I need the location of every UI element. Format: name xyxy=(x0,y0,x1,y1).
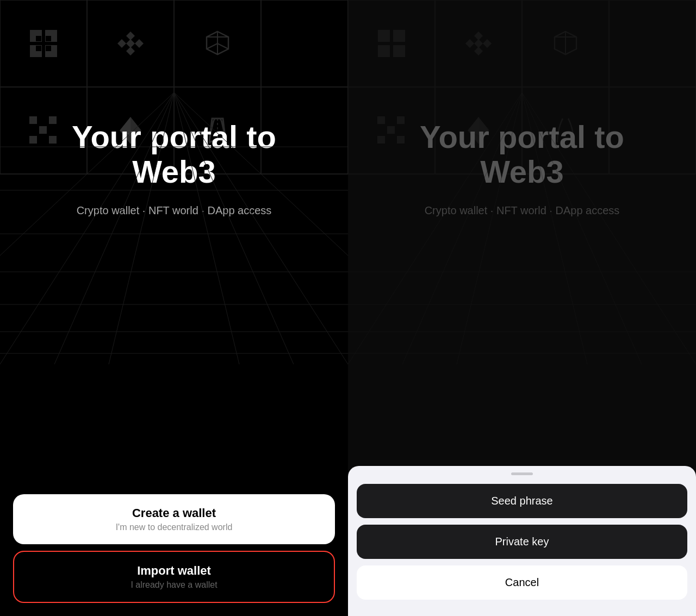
svg-marker-12 xyxy=(126,39,135,48)
svg-marker-8 xyxy=(126,32,135,40)
create-wallet-subtitle: I'm new to decentralized world xyxy=(24,522,324,532)
icon-cell xyxy=(87,0,174,87)
svg-rect-51 xyxy=(393,30,405,42)
create-wallet-title: Create a wallet xyxy=(24,506,324,520)
import-wallet-subtitle: I already have a wallet xyxy=(25,580,323,590)
binance-icon xyxy=(114,27,147,60)
svg-rect-6 xyxy=(36,46,41,51)
icon-cell xyxy=(435,0,522,87)
private-key-button[interactable]: Private key xyxy=(357,525,687,559)
icon-cell xyxy=(522,0,609,87)
binance-icon-right xyxy=(462,27,495,60)
svg-marker-55 xyxy=(465,39,474,48)
icon-cell xyxy=(174,0,261,87)
svg-rect-4 xyxy=(36,36,41,41)
action-sheet: Seed phrase Private key Cancel xyxy=(348,466,696,616)
svg-line-17 xyxy=(217,43,228,49)
icon-cell xyxy=(0,0,87,87)
svg-marker-10 xyxy=(135,39,144,48)
seed-phrase-button[interactable]: Seed phrase xyxy=(357,484,687,518)
icon-cell xyxy=(261,0,348,87)
svg-rect-50 xyxy=(378,30,390,42)
drag-handle xyxy=(511,472,533,475)
pixel-icon xyxy=(27,27,60,60)
hero-content-right: Your portal to Web3 Crypto wallet · NFT … xyxy=(348,120,696,217)
svg-line-16 xyxy=(207,43,217,49)
box-3d-icon xyxy=(201,27,234,60)
svg-marker-56 xyxy=(483,39,492,48)
icon-cell xyxy=(348,0,435,87)
svg-marker-54 xyxy=(474,32,483,40)
hero-content-left: Your portal to Web3 Crypto wallet · NFT … xyxy=(0,120,348,217)
hero-subtitle-right: Crypto wallet · NFT world · DApp access xyxy=(381,204,663,217)
bottom-cards: Create a wallet I'm new to decentralized… xyxy=(0,494,348,616)
left-panel: Your portal to Web3 Crypto wallet · NFT … xyxy=(0,0,348,616)
icon-cell xyxy=(609,0,696,87)
right-panel: Your portal to Web3 Crypto wallet · NFT … xyxy=(348,0,696,616)
svg-marker-9 xyxy=(117,39,126,48)
import-wallet-card[interactable]: Import wallet I already have a wallet xyxy=(13,551,335,603)
hero-title-left: Your portal to Web3 xyxy=(33,120,315,189)
hero-subtitle-left: Crypto wallet · NFT world · DApp access xyxy=(33,204,315,217)
hero-title-right: Your portal to Web3 xyxy=(381,120,663,189)
svg-marker-11 xyxy=(126,47,135,55)
svg-rect-5 xyxy=(46,36,51,41)
svg-rect-52 xyxy=(378,45,390,57)
svg-marker-58 xyxy=(474,39,483,48)
pixel-icon-right xyxy=(375,27,408,60)
svg-rect-53 xyxy=(393,45,405,57)
import-wallet-title: Import wallet xyxy=(25,564,323,578)
svg-marker-57 xyxy=(474,47,483,55)
svg-rect-7 xyxy=(46,46,51,51)
create-wallet-card[interactable]: Create a wallet I'm new to decentralized… xyxy=(13,494,335,544)
box-icon-right xyxy=(549,27,582,60)
cancel-button[interactable]: Cancel xyxy=(357,565,687,600)
